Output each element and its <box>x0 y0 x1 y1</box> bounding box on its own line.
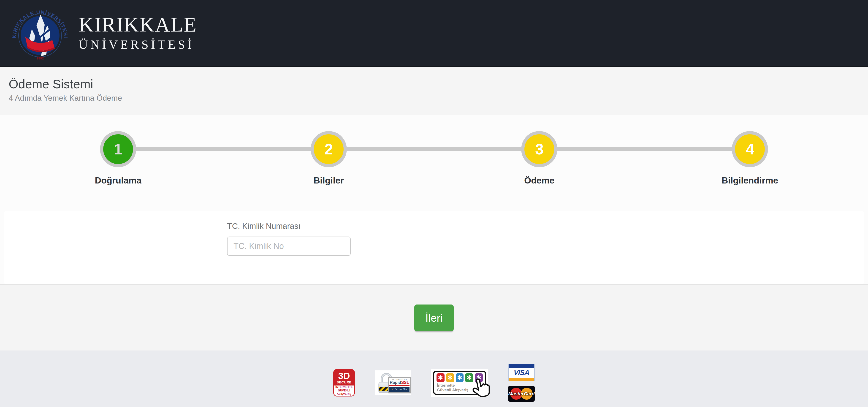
step-circle-4[interactable]: 4 <box>732 131 768 167</box>
badge-internette-guvenli-alisveris: ✱ ✱ ✱ ✱ ✱ İnternette Güvenli Alışveriş <box>431 369 488 397</box>
wizard: 1 Doğrulama 2 Bilgiler 3 Ödeme 4 Bilgile… <box>0 115 868 211</box>
action-bar: İleri <box>0 284 868 350</box>
step-circle-1[interactable]: 1 <box>100 131 136 167</box>
rapidssl-red-bar <box>390 385 409 386</box>
step-circle-2[interactable]: 2 <box>311 131 347 167</box>
rapidssl-seal: SECURED BY RapidSSL ✔ Secure Site <box>388 377 411 393</box>
rapidssl-brand: RapidSSL <box>389 380 410 385</box>
star-icon-yellow: ✱ <box>446 373 454 382</box>
3d-secure-icon: 3D SECURE <box>334 370 354 385</box>
3d-secure-line3: İNTERNETTE <box>334 385 354 389</box>
rapidssl-secure-site: ✔ Secure Site <box>390 387 409 392</box>
wizard-steps: 1 Doğrulama 2 Bilgiler 3 Ödeme 4 Bilgile… <box>13 115 855 185</box>
card-logos: VISA MasterCard <box>508 364 535 402</box>
rapidssl-secure-site-label: Secure Site <box>395 388 408 391</box>
step-label-3: Ödeme <box>524 175 554 185</box>
star-icon-red: ✱ <box>436 373 444 382</box>
rapidssl-brand-rapid: Rapid <box>390 380 401 385</box>
header: KIRIKKALE ÜNİVERSİTESİ 1992 KIRIKKALE ÜN… <box>0 0 868 67</box>
mastercard-wordmark: MasterCard <box>508 391 535 396</box>
step-circle-3[interactable]: 3 <box>521 131 557 167</box>
step-label-4: Bilgilendirme <box>721 175 778 185</box>
visa-logo: VISA <box>508 364 535 381</box>
visa-blue-bar <box>508 364 534 368</box>
visa-wordmark: VISA <box>514 369 530 377</box>
form-section: TC. Kimlik Numarası <box>0 211 868 284</box>
page-header: Ödeme Sistemi 4 Adımda Yemek Kartına Öde… <box>0 67 868 115</box>
wizard-step-bilgiler[interactable]: 2 Bilgiler <box>223 131 434 185</box>
badge-rapidssl: SECURED BY RapidSSL ✔ Secure Site <box>375 370 411 395</box>
university-name-line2: ÜNİVERSİTESİ <box>79 37 197 52</box>
visa-orange-bar <box>508 378 534 381</box>
form-card: TC. Kimlik Numarası <box>4 211 864 284</box>
step-label-2: Bilgiler <box>314 175 344 185</box>
footer: 3D SECURE İNTERNETTE GÜVENLİ ALIŞVERİŞ S… <box>0 350 868 406</box>
ileri-button[interactable]: İleri <box>414 305 454 331</box>
3d-secure-line1: 3D <box>334 372 354 380</box>
university-logo-icon: KIRIKKALE ÜNİVERSİTESİ 1992 <box>12 4 68 62</box>
3d-secure-line5: ALIŞVERİŞ <box>334 393 354 396</box>
wizard-step-odeme[interactable]: 3 Ödeme <box>434 131 645 185</box>
3d-secure-line4: GÜVENLİ <box>334 389 354 393</box>
page-title: Ödeme Sistemi <box>9 77 868 91</box>
badge-3d-secure: 3D SECURE İNTERNETTE GÜVENLİ ALIŞVERİŞ <box>333 369 355 397</box>
3d-secure-caption: İNTERNETTE GÜVENLİ ALIŞVERİŞ <box>334 385 354 396</box>
university-name: KIRIKKALE ÜNİVERSİTESİ <box>79 14 197 52</box>
3d-secure-line2: SECURE <box>334 380 354 384</box>
cursor-hand-icon <box>471 377 490 398</box>
step-label-1: Doğrulama <box>95 175 142 185</box>
wizard-step-dogrulama[interactable]: 1 Doğrulama <box>13 131 223 185</box>
university-name-line1: KIRIKKALE <box>79 14 197 35</box>
rapidssl-brand-ssl: SSL <box>401 380 409 385</box>
page-subtitle: 4 Adımda Yemek Kartına Ödeme <box>9 94 868 102</box>
logo-year: 1992 <box>36 57 44 60</box>
tc-kimlik-label: TC. Kimlik Numarası <box>227 222 301 231</box>
wizard-step-bilgilendirme[interactable]: 4 Bilgilendirme <box>645 131 855 185</box>
star-icon-blue: ✱ <box>456 373 464 382</box>
tc-kimlik-input[interactable] <box>227 237 351 256</box>
mastercard-logo: MasterCard <box>508 386 535 402</box>
check-icon: ✔ <box>392 387 394 391</box>
